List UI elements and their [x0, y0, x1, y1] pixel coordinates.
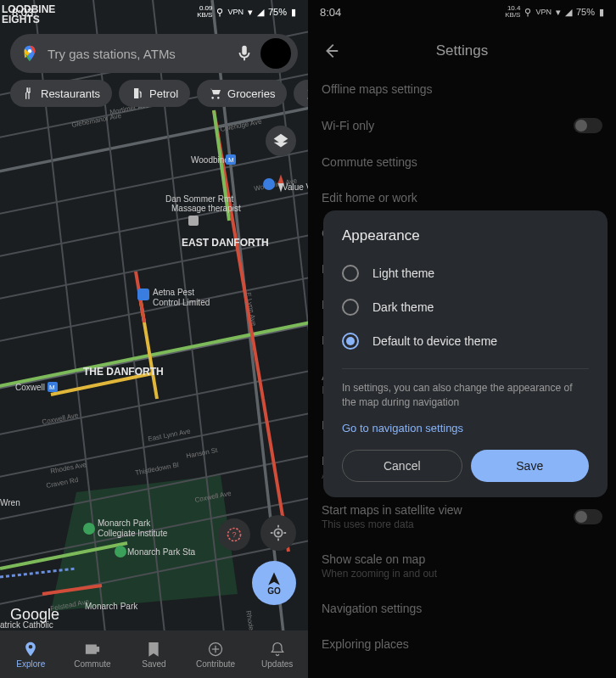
nav-contribute[interactable]: Contribute	[185, 630, 247, 678]
petrol-icon	[131, 87, 144, 100]
svg-text:EAST DANFORTH: EAST DANFORTH	[182, 237, 269, 249]
svg-text:?: ?	[232, 530, 236, 539]
nav-settings-link[interactable]: Go to navigation settings	[342, 422, 589, 434]
search-bar[interactable]: Try gas stations, ATMs	[10, 34, 298, 73]
cancel-button[interactable]: Cancel	[342, 450, 462, 482]
dialog-title: Appearance	[342, 227, 589, 244]
chip-restaurants[interactable]: Restaurants	[10, 80, 112, 107]
svg-point-71	[277, 531, 280, 535]
crosshair-icon	[269, 524, 288, 542]
google-maps-logo	[20, 44, 39, 63]
commute-icon	[84, 641, 101, 658]
svg-text:Monarch Park Sta: Monarch Park Sta	[127, 547, 195, 557]
maps-screen: Glebemanor Ave Mortimer Ave Coleridge Av…	[0, 0, 308, 678]
chip-coffee[interactable]: Coffee	[294, 80, 308, 107]
contribute-icon	[207, 641, 224, 658]
layers-button[interactable]	[266, 126, 296, 156]
help-icon: ?	[226, 526, 243, 543]
chip-groceries[interactable]: Groceries	[197, 80, 287, 107]
chip-petrol[interactable]: Petrol	[119, 80, 190, 107]
svg-rect-50	[188, 216, 199, 226]
appearance-dialog: Appearance Light theme Dark theme Defaul…	[323, 210, 608, 497]
divider	[342, 368, 589, 369]
compass-icon	[269, 171, 293, 195]
svg-text:Wren: Wren	[0, 498, 20, 507]
profile-avatar[interactable]	[260, 38, 291, 69]
svg-text:Aetna Pest: Aetna Pest	[153, 288, 194, 297]
navigate-icon	[266, 571, 282, 586]
google-watermark: Google	[10, 606, 59, 624]
radio-icon	[342, 265, 359, 282]
signal-icon: ◢	[257, 7, 264, 18]
battery-icon: ▮	[291, 7, 296, 18]
svg-point-60	[83, 523, 95, 535]
nav-saved[interactable]: Saved	[123, 630, 185, 678]
svg-point-63	[115, 546, 126, 558]
svg-text:Massage therapist: Massage therapist	[171, 204, 241, 213]
locate-me-button[interactable]	[260, 515, 296, 551]
groceries-icon	[209, 87, 222, 100]
search-placeholder: Try gas stations, ATMs	[48, 47, 235, 61]
explore-icon	[22, 641, 39, 658]
key-icon: ⚲	[216, 7, 223, 18]
settings-screen: 8:04 10.4KB/S ⚲ VPN ▾ ◢ 75% ▮ Settings O…	[308, 0, 616, 678]
go-button[interactable]: GO	[252, 561, 296, 605]
nav-commute[interactable]: Commute	[62, 630, 124, 678]
updates-icon	[269, 641, 286, 658]
help-button[interactable]: ?	[218, 518, 250, 551]
nav-explore[interactable]: Explore	[0, 630, 62, 678]
svg-text:Coxwell: Coxwell	[15, 383, 45, 392]
svg-text:Collegiate Institute: Collegiate Institute	[98, 529, 168, 538]
svg-text:Woodbine: Woodbine	[191, 155, 229, 165]
svg-text:Monarch Park: Monarch Park	[85, 602, 138, 611]
nav-updates[interactable]: Updates	[246, 630, 308, 678]
restaurant-icon	[22, 87, 36, 100]
svg-text:Control Limited: Control Limited	[153, 298, 210, 307]
compass-button[interactable]	[266, 168, 296, 199]
radio-icon	[342, 299, 359, 316]
dialog-note: In settings, you can also change the app…	[342, 381, 589, 410]
radio-icon	[342, 333, 359, 350]
category-chips: Restaurants Petrol Groceries Coffee	[10, 80, 308, 107]
radio-light-theme[interactable]: Light theme	[342, 256, 589, 290]
svg-rect-52	[137, 289, 149, 300]
svg-text:Monarch Park: Monarch Park	[98, 518, 151, 528]
wifi-icon: ▾	[248, 7, 253, 18]
bottom-nav: Explore Commute Saved Contribute Updates	[0, 630, 308, 678]
radio-device-theme[interactable]: Default to device theme	[342, 324, 589, 358]
vpn-icon: VPN	[227, 8, 244, 16]
clock: 8:03	[12, 6, 33, 19]
svg-text:Dan Sommer Rmt: Dan Sommer Rmt	[165, 194, 233, 204]
status-bar: 8:03 0.09KB/S ⚲ VPN ▾ ◢ 75% ▮	[0, 0, 308, 24]
svg-text:THE DANFORTH: THE DANFORTH	[83, 366, 164, 378]
saved-icon	[145, 641, 162, 658]
layers-icon	[272, 132, 289, 149]
svg-text:M: M	[49, 384, 55, 391]
mic-icon[interactable]	[235, 44, 254, 63]
save-button[interactable]: Save	[471, 450, 590, 482]
radio-dark-theme[interactable]: Dark theme	[342, 290, 589, 324]
svg-text:M: M	[228, 156, 234, 164]
